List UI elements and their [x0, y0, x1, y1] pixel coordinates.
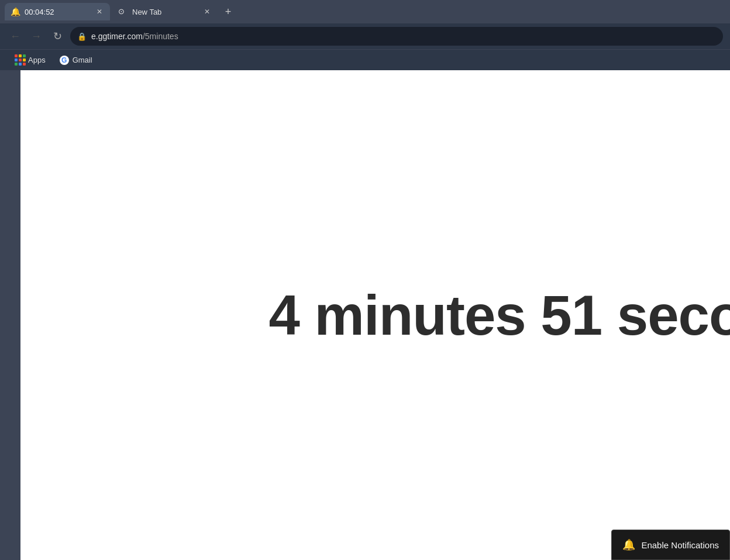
- nav-bar: ← → ↻ 🔒 e.ggtimer.com/5minutes: [0, 23, 730, 49]
- reload-button[interactable]: ↻: [49, 28, 66, 44]
- tab-timer-title: 00:04:52: [25, 8, 90, 16]
- bookmark-apps[interactable]: Apps: [9, 53, 51, 67]
- bookmark-gmail-label: Gmail: [73, 56, 92, 64]
- bookmark-gmail[interactable]: G Gmail: [54, 53, 98, 67]
- lock-icon: 🔒: [77, 32, 87, 41]
- tab-newtab-title: New Tab: [132, 8, 198, 16]
- reload-icon: ↻: [53, 30, 62, 43]
- browser-window: 🔔 00:04:52 ✕ ⊙ New Tab ✕ + ← → ↻: [0, 0, 730, 560]
- enable-notifications-button[interactable]: 🔔 Enable Notifications: [611, 530, 730, 560]
- new-tab-button[interactable]: +: [220, 4, 236, 20]
- page-sidebar: [0, 70, 20, 560]
- tab-newtab-close[interactable]: ✕: [202, 7, 212, 16]
- google-g-icon: G: [60, 56, 69, 65]
- page-content: 4 minutes 51 seco 🔔 Enable Notifications: [0, 70, 730, 560]
- address-bar[interactable]: 🔒 e.ggtimer.com/5minutes: [70, 27, 723, 46]
- url-text: e.ggtimer.com/5minutes: [91, 32, 178, 41]
- url-domain: e.ggtimer.com: [91, 32, 143, 41]
- tab-newtab[interactable]: ⊙ New Tab ✕: [112, 3, 218, 20]
- svg-text:G: G: [61, 56, 67, 64]
- tab-bar: 🔔 00:04:52 ✕ ⊙ New Tab ✕ +: [0, 0, 730, 23]
- bookmarks-bar: Apps G Gmail: [0, 49, 730, 70]
- url-path: /5minutes: [143, 32, 178, 41]
- bookmark-apps-label: Apps: [28, 56, 46, 64]
- enable-notifications-label: Enable Notifications: [641, 540, 719, 550]
- timer-page: 4 minutes 51 seco: [20, 70, 730, 560]
- back-button[interactable]: ←: [7, 28, 23, 44]
- forward-icon: →: [31, 30, 42, 43]
- bell-icon: 🔔: [622, 538, 635, 551]
- apps-grid-icon: [15, 56, 25, 65]
- tab-timer-favicon: 🔔: [11, 7, 20, 16]
- browser-chrome: 🔔 00:04:52 ✕ ⊙ New Tab ✕ + ← → ↻: [0, 0, 730, 70]
- tab-newtab-favicon: ⊙: [118, 7, 128, 16]
- back-icon: ←: [10, 30, 20, 43]
- timer-display: 4 minutes 51 seco: [269, 283, 730, 348]
- tab-timer-close[interactable]: ✕: [95, 7, 104, 16]
- tab-timer[interactable]: 🔔 00:04:52 ✕: [5, 3, 110, 20]
- forward-button[interactable]: →: [28, 28, 44, 44]
